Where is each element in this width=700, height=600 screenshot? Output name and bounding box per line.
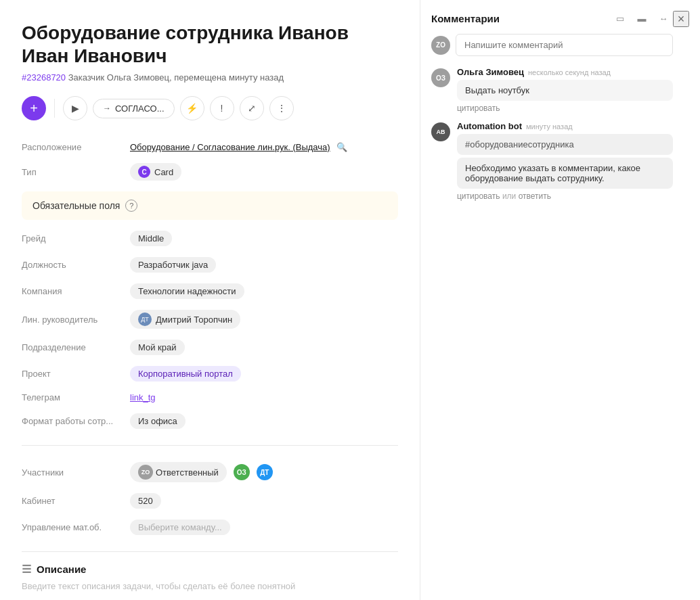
table-row: Должность Разработчик java <box>22 252 398 278</box>
participant-avatar-1: ОЗ <box>234 464 250 480</box>
comment-view-btn-2[interactable]: ▬ <box>632 11 651 26</box>
type-chip-icon: C <box>138 166 150 178</box>
manager-value: ДТ Дмитрий Торопчин <box>130 304 398 334</box>
position-chip[interactable]: Разработчик java <box>130 257 216 273</box>
lightning-icon: ⚡ <box>186 103 198 114</box>
comment-content-1: Ольга Зимовец несколько секунд назад Выд… <box>457 67 673 113</box>
telegram-link[interactable]: link_tg <box>130 392 156 402</box>
step-text: СОГЛАСО... <box>115 103 165 114</box>
comments-title: Комментарии <box>431 13 500 24</box>
comment-bubble-2b: Необходимо указать в комментарии, какое … <box>457 158 673 189</box>
list-icon: ☰ <box>22 563 31 576</box>
comment-avatar-1: ОЗ <box>431 68 450 87</box>
manager-chip[interactable]: ДТ Дмитрий Торопчин <box>130 310 240 329</box>
comment-actions-2: цитировать или ответить <box>457 191 673 201</box>
work-format-label: Формат работы сотр... <box>22 408 130 434</box>
divider <box>22 445 398 446</box>
arrow-icon: → <box>103 103 111 113</box>
comment-input-avatar: ZO <box>431 36 450 55</box>
comment-tools: ▭ ▬ ↔ <box>611 11 673 26</box>
cabinet-chip[interactable]: 520 <box>130 493 161 509</box>
description-section: ☰ Описание Введите текст описания задачи… <box>22 563 398 591</box>
main-layout: Оборудование сотрудника Иванов Иван Иван… <box>0 0 700 600</box>
comment-block-1: ОЗ Ольга Зимовец несколько секунд назад … <box>431 67 673 113</box>
divider-2 <box>22 551 398 552</box>
manager-avatar: ДТ <box>138 313 152 326</box>
close-button[interactable]: × <box>673 11 689 27</box>
work-format-value: Из офиса <box>130 408 398 434</box>
required-fields-section: Обязательные поля ? <box>22 191 398 220</box>
lightning-button[interactable]: ⚡ <box>180 96 204 120</box>
location-label: Расположение <box>22 137 130 158</box>
subtitle-rest: Заказчик Ольга Зимовец, перемещена минут… <box>68 72 284 83</box>
share-button[interactable]: ⤢ <box>240 96 264 120</box>
comment-author-2: Automation bot <box>457 121 522 131</box>
more-button[interactable]: ⋮ <box>269 96 294 120</box>
table-row: Подразделение Мой край <box>22 334 398 361</box>
comment-bubble-1: Выдать ноутбук <box>457 80 673 101</box>
type-chip[interactable]: C Card <box>130 163 181 181</box>
table-row: Управление мат.об. Выберите команду... <box>22 514 398 540</box>
asset-value: Выберите команду... <box>130 514 398 540</box>
comment-content-2: Automation bot минуту назад #оборудовани… <box>457 121 673 201</box>
search-icon: 🔍 <box>336 142 347 152</box>
location-value: Оборудование / Согласование лин.рук. (Вы… <box>130 137 398 158</box>
company-chip[interactable]: Технологии надежности <box>130 283 244 299</box>
asset-label: Управление мат.об. <box>22 514 130 540</box>
comment-input[interactable] <box>456 34 673 56</box>
subtitle: #23268720 Заказчик Ольга Зимовец, переме… <box>22 72 398 83</box>
comment-expand-btn[interactable]: ↔ <box>654 11 673 26</box>
cite-link-2[interactable]: цитировать <box>457 191 500 201</box>
page-title: Оборудование сотрудника Иванов Иван Иван… <box>22 22 398 67</box>
project-value: Корпоративный портал <box>130 361 398 387</box>
comment-meta-2: Automation bot минуту назад <box>457 121 673 131</box>
company-value: Технологии надежности <box>130 278 398 304</box>
table-row: Телеграм link_tg <box>22 387 398 408</box>
location-link[interactable]: Оборудование / Согласование лин.рук. (Вы… <box>130 142 330 152</box>
description-header: ☰ Описание <box>22 563 398 576</box>
fields-table-2: Грейд Middle Должность Разработчик java … <box>22 225 398 434</box>
share-icon: ⤢ <box>248 103 256 114</box>
help-icon[interactable]: ? <box>125 200 137 212</box>
alert-button[interactable]: ! <box>210 96 234 120</box>
table-row: Кабинет 520 <box>22 488 398 514</box>
cabinet-label: Кабинет <box>22 488 130 514</box>
participants-label: Участники <box>22 457 130 488</box>
comment-view-btn-1[interactable]: ▭ <box>611 11 630 26</box>
division-chip[interactable]: Мой край <box>130 340 185 355</box>
participants-row: ZO Ответственный ОЗ ДТ <box>130 462 398 482</box>
grade-chip[interactable]: Middle <box>130 231 172 246</box>
cite-link-1[interactable]: цитировать <box>457 103 500 113</box>
toolbar-divider <box>54 99 55 118</box>
participants-value: ZO Ответственный ОЗ ДТ <box>130 457 398 488</box>
reply-link-2[interactable]: ответить <box>519 191 551 201</box>
fields-table-3: Участники ZO Ответственный ОЗ ДТ <box>22 457 398 540</box>
work-format-chip[interactable]: Из офиса <box>130 413 185 429</box>
comment-time-1: несколько секунд назад <box>528 68 611 76</box>
comment-input-row: ZO <box>431 34 673 56</box>
position-label: Должность <box>22 252 130 278</box>
division-value: Мой край <box>130 334 398 361</box>
add-button[interactable]: + <box>22 96 46 120</box>
comment-action-separator: или <box>502 191 519 201</box>
comment-actions-1: цитировать <box>457 103 673 113</box>
play-icon: ▶ <box>72 103 79 114</box>
step-label-button[interactable]: → СОГЛАСО... <box>93 99 175 118</box>
type-label: Тип <box>22 158 130 186</box>
comment-block-2: AB Automation bot минуту назад #оборудов… <box>431 121 673 201</box>
play-button[interactable]: ▶ <box>63 96 87 120</box>
comment-author-1: Ольга Зимовец <box>457 67 524 77</box>
comment-time-2: минуту назад <box>526 122 573 131</box>
telegram-label: Телеграм <box>22 387 130 408</box>
comment-hashtag: #оборудованиесотрудника <box>465 139 574 149</box>
toolbar: + ▶ → СОГЛАСО... ⚡ ! ⤢ <box>22 96 398 120</box>
project-chip[interactable]: Корпоративный портал <box>130 366 241 382</box>
task-id-link[interactable]: #23268720 <box>22 72 66 83</box>
table-row: Проект Корпоративный портал <box>22 361 398 387</box>
description-placeholder[interactable]: Введите текст описания задачи, чтобы сде… <box>22 581 398 591</box>
asset-chip[interactable]: Выберите команду... <box>130 520 230 535</box>
responsible-label: Ответственный <box>156 467 219 478</box>
more-icon: ⋮ <box>277 103 286 114</box>
responsible-chip[interactable]: ZO Ответственный <box>130 462 227 482</box>
type-chip-text: Card <box>154 167 173 177</box>
